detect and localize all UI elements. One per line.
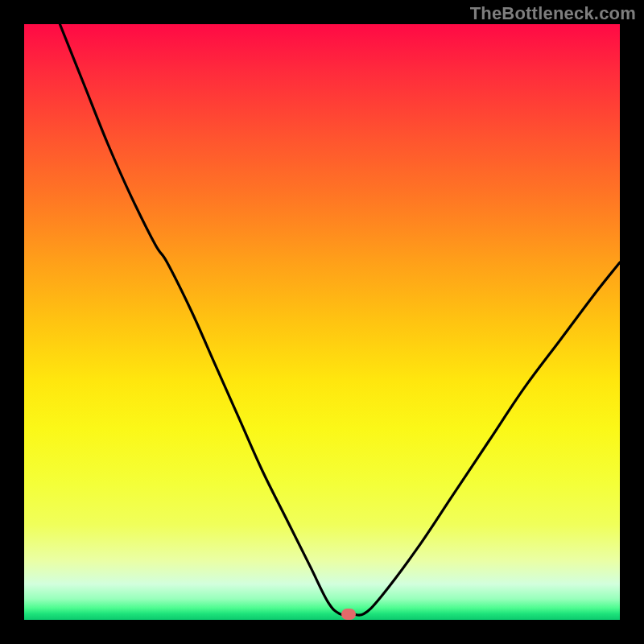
watermark-text: TheBottleneck.com: [470, 3, 636, 24]
bottleneck-curve: [24, 24, 620, 620]
plot-area: [24, 24, 620, 620]
chart-frame: TheBottleneck.com: [0, 0, 644, 644]
